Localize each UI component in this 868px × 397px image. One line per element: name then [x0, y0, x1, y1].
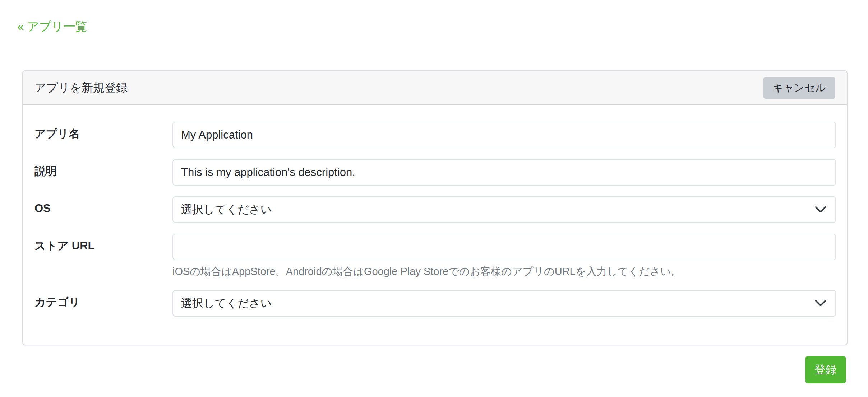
store-url-field-wrap: iOSの場合はAppStore、Androidの場合はGoogle Play S…	[172, 234, 836, 279]
store-url-label: ストア URL	[34, 234, 172, 279]
category-select-value: 選択してください	[181, 296, 272, 311]
form-row-description: 説明	[34, 159, 836, 186]
form-row-app-name: アプリ名	[34, 122, 836, 148]
register-button[interactable]: 登録	[805, 356, 846, 383]
os-field-wrap: 選択してください	[172, 196, 836, 223]
store-url-help-text: iOSの場合はAppStore、Androidの場合はGoogle Play S…	[172, 265, 836, 278]
category-field-wrap: 選択してください	[172, 290, 836, 317]
cancel-button[interactable]: キャンセル	[763, 77, 835, 99]
description-input[interactable]	[172, 159, 836, 186]
category-select[interactable]: 選択してください	[172, 290, 836, 317]
app-name-input[interactable]	[172, 122, 836, 148]
panel-title: アプリを新規登録	[34, 80, 128, 96]
description-field-wrap	[172, 159, 836, 186]
new-app-registration-panel: アプリを新規登録 キャンセル アプリ名 説明 OS 選択してください	[22, 70, 848, 345]
os-label: OS	[34, 196, 172, 223]
form-row-os: OS 選択してください	[34, 196, 836, 223]
category-label: カテゴリ	[34, 290, 172, 317]
chevron-down-icon	[815, 206, 826, 213]
store-url-input[interactable]	[172, 234, 836, 260]
app-name-field-wrap	[172, 122, 836, 148]
description-label: 説明	[34, 159, 172, 186]
panel-header: アプリを新規登録 キャンセル	[23, 71, 847, 105]
back-to-app-list-link[interactable]: « アプリ一覧	[17, 19, 87, 34]
form-row-store-url: ストア URL iOSの場合はAppStore、Androidの場合はGoogl…	[34, 234, 836, 279]
form-body: アプリ名 説明 OS 選択してください ストア UR	[23, 105, 847, 345]
chevron-down-icon	[815, 300, 826, 307]
app-name-label: アプリ名	[34, 122, 172, 148]
form-row-category: カテゴリ 選択してください	[34, 290, 836, 317]
os-select-value: 選択してください	[181, 202, 272, 217]
os-select[interactable]: 選択してください	[172, 196, 836, 223]
